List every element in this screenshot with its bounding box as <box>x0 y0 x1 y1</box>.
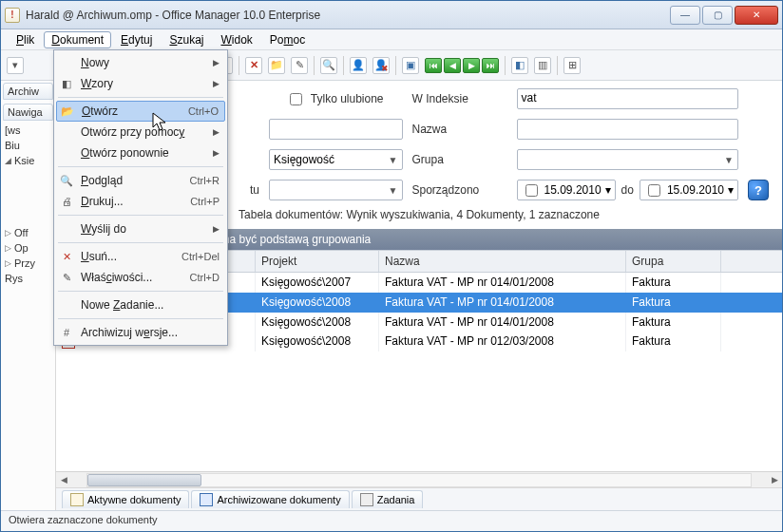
nav-first-icon[interactable]: ⏮ <box>425 58 442 73</box>
menu-edytuj[interactable]: Edytuj <box>113 31 160 48</box>
tb-layout-icon[interactable]: ◧ <box>511 57 528 74</box>
tb-grid-icon[interactable]: ⊞ <box>563 57 581 74</box>
sidebar: Archiw Nawiga [ws Biu ◢Ksie ▷Off ▷Op ▷Pr… <box>1 81 56 510</box>
menu-otworz-ponownie[interactable]: Otwórz ponownie ▶ <box>56 142 225 163</box>
tb-window-icon[interactable]: ▣ <box>402 57 419 74</box>
tb-person-icon[interactable]: 👤 <box>350 57 367 74</box>
tb-folder-icon[interactable]: 📁 <box>268 57 285 74</box>
menu-wlasciwosci[interactable]: ✎ Właściwości... Ctrl+D <box>56 267 225 288</box>
h-scrollbar[interactable]: ◀ ▶ <box>56 471 782 487</box>
hash-icon: # <box>58 325 75 340</box>
tb-columns-icon[interactable]: ▥ <box>534 57 551 74</box>
tb-search-icon[interactable]: 🔍 <box>320 57 337 74</box>
chevron-down-icon: ▼ <box>389 185 398 196</box>
tasks-icon <box>360 493 373 506</box>
nazwa-input[interactable] <box>517 119 738 140</box>
menu-plik[interactable]: Plik <box>9 31 42 48</box>
date-to-input[interactable]: 15.09.2010 ▾ <box>640 180 738 200</box>
menu-archiwizuj[interactable]: # Archiwizuj wersje... <box>56 322 225 343</box>
shortcut: Ctrl+O <box>188 105 219 117</box>
tree-node[interactable]: ▷Przy <box>1 256 55 271</box>
help-button[interactable]: ? <box>748 180 769 200</box>
scroll-left-icon[interactable]: ◀ <box>56 473 71 487</box>
submenu-arrow-icon: ▶ <box>213 79 220 88</box>
date-from-check[interactable] <box>525 184 538 197</box>
tu-label: tu <box>250 183 259 197</box>
menu-wzory[interactable]: ◧ Wzory ▶ <box>56 73 225 94</box>
menu-dokument[interactable]: Dokument <box>44 31 111 48</box>
tab-zadania[interactable]: Zadania <box>352 490 424 508</box>
nav-next-icon[interactable]: ▶ <box>463 58 480 73</box>
grupa-label: Grupa <box>412 153 507 166</box>
col-projekt[interactable]: Projekt <box>256 251 379 272</box>
chevron-down-icon: ▼ <box>389 155 398 165</box>
submenu-arrow-icon: ▶ <box>213 148 220 158</box>
menu-widok[interactable]: Widok <box>213 31 259 48</box>
grupa-select[interactable]: ▼ <box>517 149 738 170</box>
nav-last-icon[interactable]: ⏭ <box>482 58 499 73</box>
projekt-select[interactable]: Księgowość ▼ <box>269 149 403 170</box>
field-input[interactable] <box>269 119 403 140</box>
menu-usun[interactable]: ✕ Usuń... Ctrl+Del <box>56 246 225 267</box>
tree-node[interactable]: ▷Off <box>1 225 55 240</box>
w-indeksie-input[interactable]: vat <box>517 88 738 109</box>
archive-icon <box>200 493 213 506</box>
dokument-menu: Nowy ▶ ◧ Wzory ▶ 📂 Otwórz Ctrl+O Otwórz … <box>53 49 228 346</box>
date-to-value: 15.09.2010 <box>667 183 724 197</box>
tb-nav-icons: ⏮ ◀ ▶ ⏭ <box>425 58 499 73</box>
tree-node[interactable]: [ws <box>1 123 55 138</box>
tree-node[interactable]: ◢Ksie <box>1 153 55 168</box>
fav-label: Tylko ulubione <box>311 92 384 105</box>
date-from-input[interactable]: 15.09.2010 ▾ <box>517 180 616 200</box>
submenu-arrow-icon: ▶ <box>213 58 220 67</box>
properties-icon: ✎ <box>58 270 75 285</box>
tb-remove-user-icon[interactable]: 👤✖ <box>372 57 390 74</box>
nav-prev-icon[interactable]: ◀ <box>444 58 461 73</box>
tb-delete-icon[interactable]: ✕ <box>245 57 262 74</box>
menu-nowy[interactable]: Nowy ▶ <box>56 52 225 73</box>
menu-podglad[interactable]: 🔍 Podgląd Ctrl+R <box>56 170 225 191</box>
menu-nowe-zadanie[interactable]: Nowe Zadanie... <box>56 294 225 315</box>
folder-icon <box>70 493 84 506</box>
window-title: Harald @ Archiwum.omp - Office Manager 1… <box>26 9 670 22</box>
templates-icon: ◧ <box>58 76 75 91</box>
sidebar-tab-nawiga[interactable]: Nawiga <box>3 104 53 121</box>
fav-checkbox[interactable] <box>290 93 302 105</box>
col-nazwa[interactable]: Nazwa <box>379 251 626 272</box>
menu-drukuj[interactable]: 🖨 Drukuj... Ctrl+P <box>56 191 225 212</box>
sporzadzono-label: Sporządzono <box>412 183 507 197</box>
print-icon: 🖨 <box>58 194 75 209</box>
tree-node[interactable]: ▷Op <box>1 240 55 256</box>
menu-otworz-przy-pomocy[interactable]: Otwórz przy pomocy ▶ <box>56 122 225 142</box>
app-icon: ! <box>5 8 20 23</box>
tab-archiwizowane[interactable]: Archiwizowane dokumenty <box>191 490 349 508</box>
minimize-button[interactable]: — <box>670 6 700 25</box>
menu-szukaj[interactable]: Szukaj <box>162 31 211 48</box>
tree-node[interactable]: Rys <box>1 271 55 286</box>
scroll-right-icon[interactable]: ▶ <box>767 473 782 487</box>
date-to-check[interactable] <box>648 184 660 197</box>
scroll-thumb[interactable] <box>87 474 201 486</box>
delete-icon: ✕ <box>58 249 75 264</box>
w-indeksie-label: W Indeksie <box>412 92 507 105</box>
blank-icon <box>58 55 75 70</box>
tb-new-icon[interactable]: ▾ <box>7 57 24 74</box>
titlebar: ! Harald @ Archiwum.omp - Office Manager… <box>1 1 782 29</box>
sidebar-tab-archiw[interactable]: Archiw <box>3 83 53 100</box>
menu-otworz[interactable]: 📂 Otwórz Ctrl+O <box>56 101 225 122</box>
submenu-arrow-icon: ▶ <box>213 127 220 137</box>
close-button[interactable]: ✕ <box>735 6 778 25</box>
do-label: do <box>621 183 634 197</box>
tab-aktywne[interactable]: Aktywne dokumenty <box>62 490 189 508</box>
chevron-down-icon: ▼ <box>724 155 734 165</box>
menu-wyslij-do[interactable]: Wyślij do ▶ <box>56 218 225 239</box>
maximize-button[interactable]: ▢ <box>702 6 733 25</box>
tree-node[interactable]: Biu <box>1 138 55 153</box>
menu-pomoc[interactable]: Pomoc <box>262 31 313 48</box>
tb-edit-icon[interactable]: ✎ <box>291 57 308 74</box>
bottom-tabs: Aktywne dokumenty Archiwizowane dokument… <box>56 487 782 510</box>
projekt-value: Księgowość <box>274 153 334 166</box>
submenu-arrow-icon: ▶ <box>213 224 220 234</box>
col-grupa[interactable]: Grupa <box>626 251 721 272</box>
tu-select[interactable]: ▼ <box>269 180 403 200</box>
